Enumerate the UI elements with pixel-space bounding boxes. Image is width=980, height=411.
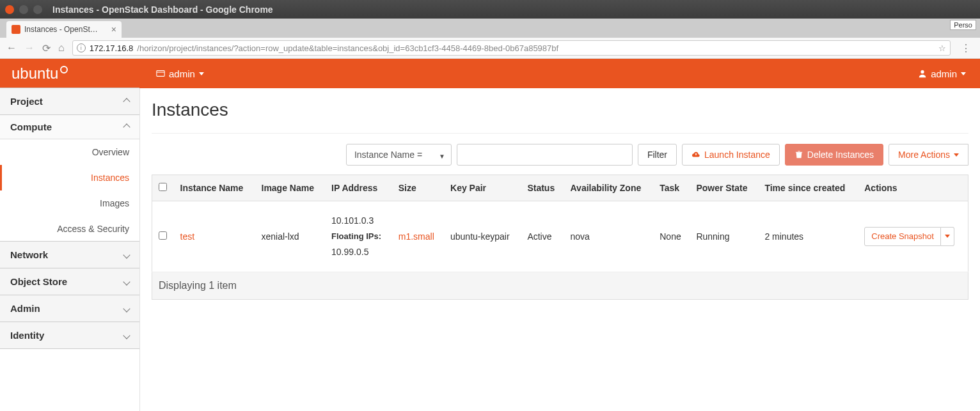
col-availability-zone[interactable]: Availability Zone (564, 175, 654, 201)
col-key-pair[interactable]: Key Pair (444, 175, 521, 201)
svg-rect-0 (157, 71, 164, 77)
col-image-name[interactable]: Image Name (255, 175, 326, 201)
col-task[interactable]: Task (653, 175, 690, 201)
filter-button[interactable]: Filter (638, 144, 677, 166)
caret-down-icon (961, 72, 966, 75)
page-title: Instances (152, 100, 968, 120)
delete-instances-button[interactable]: Delete Instances (785, 144, 883, 166)
table-footer: Displaying 1 item (152, 272, 968, 300)
cell-ip-address: 10.101.0.3 Floating IPs: 10.99.0.5 (325, 201, 392, 272)
more-actions-button[interactable]: More Actions (889, 144, 968, 166)
reload-icon[interactable]: ⟳ (42, 42, 51, 54)
home-icon[interactable]: ⌂ (58, 42, 65, 54)
row-action-caret[interactable] (941, 227, 954, 246)
table-row: test xenial-lxd 10.101.0.3 Floating IPs:… (152, 201, 968, 272)
col-status[interactable]: Status (521, 175, 564, 201)
cell-image-name: xenial-lxd (255, 201, 326, 272)
chevron-down-icon (123, 305, 130, 312)
table-header-row: Instance Name Image Name IP Address Size… (152, 175, 968, 201)
instances-table: Instance Name Image Name IP Address Size… (152, 174, 968, 272)
instance-name-link[interactable]: test (180, 231, 195, 242)
sidebar: Project Compute Overview Instances Image… (0, 88, 140, 411)
cell-time-since: 2 minutes (758, 201, 858, 272)
main-content: Instances Instance Name = ▼ Filter Launc… (140, 88, 980, 411)
back-icon[interactable]: ← (6, 42, 17, 54)
window-minimize-icon[interactable] (19, 5, 28, 14)
row-checkbox[interactable] (159, 231, 167, 240)
project-dropdown[interactable]: admin (147, 59, 213, 88)
chevron-down-icon (123, 251, 130, 258)
action-toolbar: Instance Name = ▼ Filter Launch Instance… (152, 144, 968, 166)
app-topbar: ubuntu admin admin (0, 59, 980, 88)
brand-text: ubuntu (12, 65, 58, 82)
sidebar-item-identity[interactable]: Identity (0, 322, 139, 349)
profile-badge[interactable]: Perso (950, 20, 976, 30)
launch-instance-button[interactable]: Launch Instance (682, 144, 780, 166)
col-actions: Actions (858, 175, 968, 201)
favicon-icon (12, 25, 20, 34)
col-ip-address[interactable]: IP Address (325, 175, 392, 201)
caret-down-icon (954, 153, 959, 157)
more-actions-dropdown[interactable]: More Actions (889, 144, 968, 166)
sidebar-label: Compute (10, 121, 52, 132)
user-icon (918, 69, 927, 78)
sidebar-label: Network (10, 249, 48, 260)
trash-icon (794, 150, 803, 159)
bookmark-star-icon[interactable]: ☆ (938, 43, 946, 53)
col-instance-name[interactable]: Instance Name (174, 175, 255, 201)
sidebar-item-images[interactable]: Images (0, 190, 139, 216)
sidebar-item-instances[interactable]: Instances (0, 165, 139, 190)
cell-power-state: Running (690, 201, 758, 272)
sidebar-item-access-security[interactable]: Access & Security (0, 216, 139, 242)
chevron-down-icon (123, 332, 130, 339)
create-snapshot-button[interactable]: Create Snapshot (864, 227, 941, 246)
window-close-icon[interactable] (5, 5, 14, 14)
browser-addressbar: ← → ⟳ ⌂ i 172.17.16.8/horizon/project/in… (0, 38, 980, 59)
cell-task: None (653, 201, 690, 272)
sidebar-item-object-store[interactable]: Object Store (0, 268, 139, 295)
forward-icon: → (24, 42, 35, 54)
brand-logo[interactable]: ubuntu (0, 65, 147, 82)
site-info-icon[interactable]: i (77, 43, 86, 52)
select-all-checkbox[interactable] (159, 183, 167, 191)
col-size[interactable]: Size (392, 175, 444, 201)
sidebar-item-network[interactable]: Network (0, 241, 139, 268)
user-dropdown[interactable]: admin (904, 59, 980, 88)
sidebar-label: Identity (10, 330, 44, 341)
caret-down-icon (199, 72, 204, 75)
user-label: admin (931, 68, 957, 79)
browser-tabstrip: Instances - OpenSt… × Perso (0, 19, 980, 38)
url-host: 172.17.16.8 (90, 43, 134, 53)
tab-close-icon[interactable]: × (111, 24, 116, 35)
col-time-since-created[interactable]: Time since created (758, 175, 858, 201)
browser-tab[interactable]: Instances - OpenSt… × (6, 21, 122, 38)
divider (152, 133, 968, 134)
floating-ips-label: Floating IPs: (331, 229, 386, 244)
button-label: Launch Instance (704, 150, 770, 160)
sidebar-item-overview[interactable]: Overview (0, 139, 139, 165)
project-icon (156, 69, 165, 78)
url-path: /horizon/project/instances/?action=row_u… (137, 43, 558, 53)
browser-menu-icon[interactable]: ⋮ (958, 42, 974, 54)
sidebar-item-project[interactable]: Project (0, 88, 139, 115)
sidebar-item-admin[interactable]: Admin (0, 295, 139, 322)
fixed-ip: 10.101.0.3 (331, 213, 386, 229)
window-maximize-icon[interactable] (33, 5, 42, 14)
button-label: More Actions (898, 150, 950, 160)
sidebar-label: Object Store (10, 276, 67, 287)
svg-point-2 (921, 70, 924, 74)
filter-input[interactable] (457, 144, 633, 166)
floating-ip: 10.99.0.5 (331, 244, 386, 260)
url-input[interactable]: i 172.17.16.8/horizon/project/instances/… (72, 40, 951, 56)
chevron-up-icon (123, 123, 130, 130)
sidebar-item-compute[interactable]: Compute (0, 115, 139, 139)
brand-circle-icon (60, 66, 68, 74)
cell-status: Active (521, 201, 564, 272)
project-label: admin (169, 68, 195, 79)
sidebar-label: Admin (10, 303, 40, 314)
size-link[interactable]: m1.small (399, 231, 434, 242)
filter-field-select[interactable]: Instance Name = (346, 144, 452, 166)
col-power-state[interactable]: Power State (690, 175, 758, 201)
row-action-dropdown[interactable]: Create Snapshot (864, 227, 961, 246)
window-title: Instances - OpenStack Dashboard - Google… (52, 4, 273, 15)
